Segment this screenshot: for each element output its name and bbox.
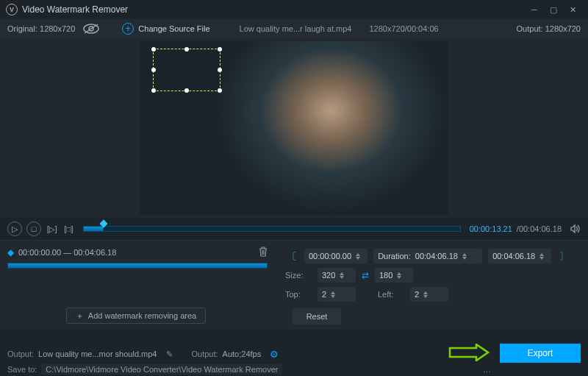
rename-icon[interactable]: ✎: [166, 350, 173, 359]
change-source-button[interactable]: Change Source File: [138, 24, 209, 33]
plus-icon: ＋: [76, 311, 84, 322]
close-button[interactable]: ✕: [563, 2, 582, 17]
handle-w[interactable]: [151, 68, 156, 72]
timeline[interactable]: [83, 224, 461, 234]
arrow-annotation: [448, 344, 490, 361]
bracket-in-icon[interactable]: 〔: [285, 251, 298, 261]
output-label-1: Output:: [7, 350, 34, 358]
area-marker-icon: ◆: [7, 247, 14, 258]
dur-up[interactable]: [462, 253, 467, 256]
t-dn[interactable]: [331, 295, 335, 298]
video-frame: [140, 41, 448, 215]
current-time: 00:00:13.21: [470, 224, 512, 233]
top-input[interactable]: 2: [318, 287, 356, 302]
left-input[interactable]: 2: [410, 287, 448, 302]
height-input[interactable]: 180: [375, 268, 413, 283]
add-source-icon[interactable]: +: [122, 23, 134, 35]
timeline-track: [83, 226, 461, 232]
stop-button[interactable]: □: [26, 221, 41, 236]
total-time: /00:04:06.18: [517, 224, 562, 233]
reset-button[interactable]: Reset: [293, 308, 341, 324]
output-format: Auto;24fps: [223, 350, 262, 358]
end-up[interactable]: [539, 253, 544, 256]
browse-button[interactable]: …: [483, 365, 492, 374]
handle-ne[interactable]: [218, 47, 222, 52]
duration-input[interactable]: Duration:00:04:06.18: [373, 249, 482, 263]
area-time-range: 00:00:00.00 — 00:04:06.18: [18, 248, 254, 257]
source-info: 1280x720/00:04:06: [369, 24, 438, 33]
dur-dn[interactable]: [462, 257, 467, 260]
settings-icon[interactable]: ⚙: [270, 349, 279, 360]
handle-e[interactable]: [218, 68, 222, 72]
bracket-out-icon[interactable]: 〕: [557, 251, 570, 261]
save-to-label: Save to:: [7, 365, 37, 374]
handle-s[interactable]: [184, 88, 189, 93]
maximize-button[interactable]: ▢: [544, 2, 563, 17]
preview-toggle-icon[interactable]: [82, 23, 100, 35]
mark-in-button[interactable]: [▷]: [46, 221, 59, 236]
output-filename: Low quality me...mor should.mp4: [38, 350, 157, 358]
source-filename: Low quality me...r laugh at.mp4: [240, 24, 352, 33]
handle-se[interactable]: [218, 88, 222, 93]
w-up[interactable]: [340, 272, 344, 275]
handle-nw[interactable]: [151, 47, 156, 52]
t-up[interactable]: [331, 291, 335, 294]
top-label: Top:: [285, 290, 312, 299]
link-aspect-icon[interactable]: ⇄: [362, 270, 369, 280]
timeline-fill: [83, 226, 104, 232]
l-dn[interactable]: [423, 295, 428, 298]
app-logo: V: [6, 4, 18, 15]
end-time-input[interactable]: 00:04:06.18: [488, 249, 551, 263]
start-dn[interactable]: [356, 257, 360, 260]
minimize-button[interactable]: ─: [525, 2, 544, 17]
original-dimensions: Original: 1280x720: [7, 24, 75, 33]
volume-icon[interactable]: [569, 224, 581, 234]
output-dimensions: Output: 1280x720: [517, 24, 581, 33]
delete-area-icon[interactable]: [259, 246, 268, 258]
handle-sw[interactable]: [151, 88, 156, 93]
start-time-input[interactable]: 00:00:00.00: [304, 249, 368, 263]
output-label-2: Output:: [192, 350, 218, 358]
add-area-button[interactable]: ＋ Add watermark removing area: [66, 308, 206, 324]
video-preview[interactable]: [0, 38, 588, 218]
h-up[interactable]: [397, 272, 401, 275]
end-dn[interactable]: [539, 257, 544, 260]
mark-out-button[interactable]: [□]: [63, 221, 75, 236]
h-dn[interactable]: [397, 276, 401, 279]
area-bar[interactable]: [7, 263, 268, 269]
l-up[interactable]: [423, 291, 428, 294]
app-title: Video Watermark Remover: [22, 4, 525, 15]
left-label: Left:: [378, 290, 404, 299]
size-label: Size:: [285, 271, 312, 280]
export-button[interactable]: Export: [500, 344, 581, 363]
width-input[interactable]: 320: [318, 268, 356, 283]
w-dn[interactable]: [340, 276, 344, 279]
watermark-selection[interactable]: [153, 49, 220, 91]
save-to-path[interactable]: C:\Vidmore\Vidmore Video Converter\Video…: [41, 364, 282, 375]
handle-n[interactable]: [184, 47, 189, 52]
add-area-label: Add watermark removing area: [88, 311, 196, 320]
start-up[interactable]: [356, 253, 360, 256]
play-button[interactable]: ▷: [7, 221, 22, 236]
